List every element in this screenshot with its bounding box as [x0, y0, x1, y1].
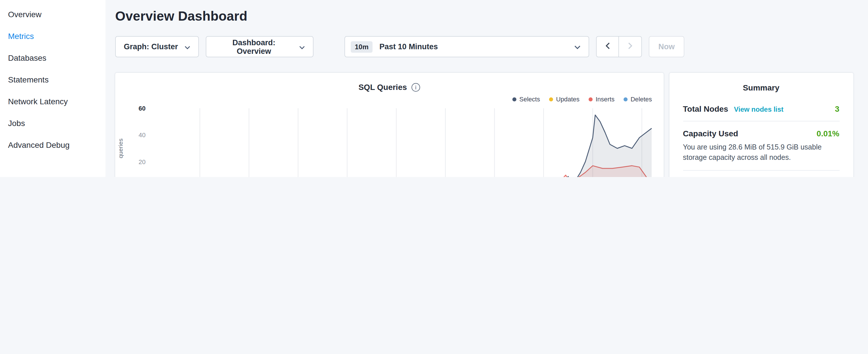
chevron-right-icon — [628, 42, 632, 51]
sidebar: Overview Metrics Databases Statements Ne… — [0, 0, 105, 177]
chevron-down-icon — [299, 42, 305, 51]
legend-swatch-icon — [624, 97, 627, 101]
sidebar-item-advanced-debug[interactable]: Advanced Debug — [0, 134, 105, 156]
legend-item[interactable]: Updates — [549, 95, 580, 103]
legend-swatch-icon — [549, 97, 553, 101]
summary-row-total-nodes: Total Nodes View nodes list 3 — [683, 97, 839, 121]
app-root: Overview Metrics Databases Statements Ne… — [0, 0, 868, 177]
sidebar-item-metrics[interactable]: Metrics — [0, 25, 105, 47]
sidebar-item-jobs[interactable]: Jobs — [0, 112, 105, 134]
toolbar: Graph: Cluster Dashboard: Overview 10m P… — [115, 36, 853, 57]
summary-row-unavailable-ranges: Unavailable ranges 0 — [683, 170, 839, 177]
sidebar-item-statements[interactable]: Statements — [0, 69, 105, 91]
svg-text:queries: queries — [117, 139, 124, 158]
right-sidebar: Summary Total Nodes View nodes list 3 Ca… — [669, 73, 853, 177]
dashboard-body: SQL Queries i SelectsUpdatesInsertsDelet… — [115, 73, 853, 177]
sidebar-item-databases[interactable]: Databases — [0, 47, 105, 69]
charts-column: SQL Queries i SelectsUpdatesInsertsDelet… — [115, 73, 663, 177]
legend-swatch-icon — [513, 97, 517, 101]
svg-text:60: 60 — [139, 106, 146, 112]
chart-legend: SelectsUpdatesInsertsDeletes — [127, 95, 652, 103]
dashboard-dropdown[interactable]: Dashboard: Overview — [206, 36, 313, 57]
page-title: Overview Dashboard — [115, 9, 853, 24]
time-range-dropdown[interactable]: 10m Past 10 Minutes — [344, 36, 589, 57]
graph-dropdown[interactable]: Graph: Cluster — [115, 36, 199, 57]
sidebar-item-overview[interactable]: Overview — [0, 3, 105, 25]
sql-queries-panel: SQL Queries i SelectsUpdatesInsertsDelet… — [115, 73, 663, 177]
time-back-button[interactable] — [596, 36, 619, 57]
summary-value: 0.01% — [817, 129, 839, 138]
main-content: Overview Dashboard Graph: Cluster Dashbo… — [105, 0, 868, 177]
dashboard-dropdown-label: Dashboard: Overview — [214, 38, 293, 55]
svg-text:40: 40 — [139, 131, 146, 139]
info-icon[interactable]: i — [411, 83, 420, 91]
summary-subtext: You are using 28.6 MiB of 515.9 GiB usab… — [683, 142, 839, 163]
summary-label: Total Nodes — [683, 104, 728, 114]
svg-text:20: 20 — [139, 158, 146, 165]
chevron-down-icon — [185, 42, 190, 51]
time-forward-button[interactable] — [619, 36, 642, 57]
sidebar-nav: Overview Metrics Databases Statements Ne… — [0, 3, 105, 156]
time-range-label: Past 10 Minutes — [379, 42, 438, 51]
time-pager — [596, 36, 642, 57]
legend-item[interactable]: Inserts — [589, 95, 614, 103]
chevron-down-icon — [574, 42, 581, 51]
sidebar-item-network-latency[interactable]: Network Latency — [0, 91, 105, 112]
time-controls: 10m Past 10 Minutes — [344, 36, 684, 57]
graph-dropdown-label: Graph: Cluster — [124, 42, 178, 51]
legend-item[interactable]: Selects — [513, 95, 540, 103]
summary-label: Capacity Used — [683, 129, 738, 138]
chevron-left-icon — [605, 42, 610, 51]
view-nodes-link[interactable]: View nodes list — [734, 105, 783, 114]
summary-row-capacity-used: Capacity Used 0.01% You are using 28.6 M… — [683, 121, 839, 170]
summary-value: 3 — [835, 104, 839, 114]
summary-panel: Summary Total Nodes View nodes list 3 Ca… — [669, 73, 853, 177]
chart-header: SQL Queries i — [115, 83, 663, 92]
summary-title: Summary — [683, 73, 839, 97]
legend-item[interactable]: Deletes — [624, 95, 652, 103]
chart-title: SQL Queries — [359, 83, 407, 92]
time-range-chip: 10m — [351, 41, 373, 53]
legend-swatch-icon — [589, 97, 593, 101]
sql-queries-chart[interactable]: 16:3816:3916:4016:4116:4216:4316:4416:45… — [115, 106, 663, 177]
now-button[interactable]: Now — [649, 36, 684, 57]
